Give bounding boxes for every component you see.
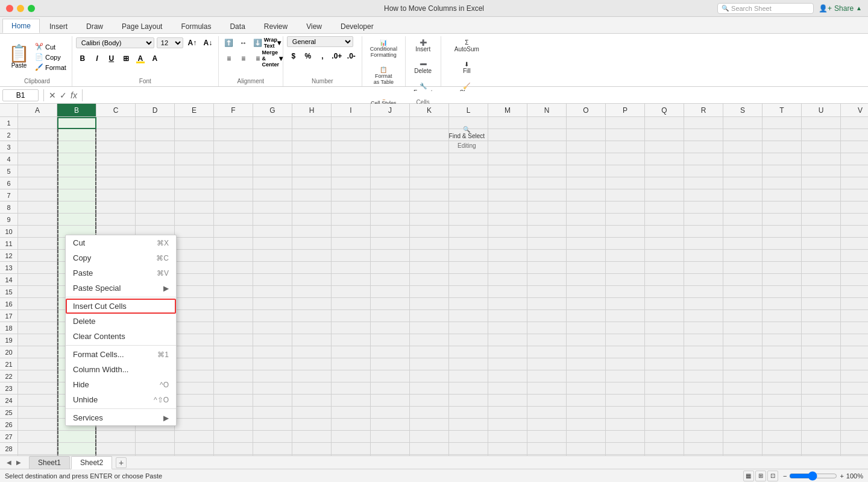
cell-B7[interactable] <box>57 189 96 201</box>
cell-J18[interactable] <box>371 322 410 334</box>
cell-H26[interactable] <box>292 419 332 431</box>
search-placeholder[interactable]: Search Sheet <box>731 5 772 12</box>
cell-J17[interactable] <box>371 310 410 322</box>
row-header-19[interactable]: 19 <box>0 334 18 346</box>
italic-button[interactable]: I <box>90 52 104 65</box>
confirm-formula-btn[interactable]: ✓ <box>60 90 67 100</box>
cell-O27[interactable] <box>567 431 606 443</box>
cell-F20[interactable] <box>214 346 253 358</box>
cell-S26[interactable] <box>723 419 763 431</box>
cell-U28[interactable] <box>802 443 841 455</box>
border-button[interactable]: ⊞ <box>119 52 133 65</box>
zoom-out-btn[interactable]: − <box>783 472 787 480</box>
row-header-5[interactable]: 5 <box>0 165 18 177</box>
cell-K22[interactable] <box>410 370 449 382</box>
normal-view-btn[interactable]: ▦ <box>743 471 754 481</box>
cell-A18[interactable] <box>18 322 57 334</box>
cell-L7[interactable] <box>449 189 488 201</box>
cell-P26[interactable] <box>606 419 645 431</box>
align-left-btn[interactable]: ≡ <box>222 52 236 65</box>
cell-M22[interactable] <box>488 370 527 382</box>
cell-K3[interactable] <box>410 141 449 153</box>
cell-T2[interactable] <box>763 129 802 141</box>
cell-L8[interactable] <box>449 201 488 214</box>
cell-U24[interactable] <box>802 395 841 407</box>
cell-L11[interactable] <box>449 238 488 250</box>
cell-V23[interactable] <box>841 382 868 395</box>
cell-D5[interactable] <box>136 165 175 177</box>
cell-N4[interactable] <box>527 153 567 165</box>
cell-G10[interactable] <box>253 226 292 238</box>
cell-R2[interactable] <box>684 129 723 141</box>
cell-U5[interactable] <box>802 165 841 177</box>
align-center-btn[interactable]: ≡ <box>237 52 250 65</box>
formula-input[interactable] <box>87 91 866 100</box>
cell-O22[interactable] <box>567 370 606 382</box>
cell-G12[interactable] <box>253 250 292 262</box>
cell-J25[interactable] <box>371 407 410 419</box>
cell-I13[interactable] <box>332 262 371 274</box>
cell-N1[interactable] <box>527 117 567 129</box>
cell-P13[interactable] <box>606 262 645 274</box>
cell-F1[interactable] <box>214 117 253 129</box>
cell-U14[interactable] <box>802 274 841 286</box>
cell-E23[interactable] <box>175 382 214 395</box>
cell-C27[interactable] <box>96 431 136 443</box>
row-header-4[interactable]: 4 <box>0 153 18 165</box>
cell-R25[interactable] <box>684 407 723 419</box>
col-header-K[interactable]: K <box>410 104 449 117</box>
cell-B28[interactable] <box>57 443 96 455</box>
cell-U6[interactable] <box>802 177 841 189</box>
cell-R18[interactable] <box>684 322 723 334</box>
currency-btn[interactable]: $ <box>287 49 300 63</box>
row-header-7[interactable]: 7 <box>0 189 18 201</box>
cell-U12[interactable] <box>802 250 841 262</box>
cell-Q7[interactable] <box>645 189 684 201</box>
sheet-tab-sheet1[interactable]: Sheet1 <box>29 456 70 469</box>
col-header-J[interactable]: J <box>371 104 410 117</box>
zoom-slider[interactable] <box>789 471 837 481</box>
cell-Q5[interactable] <box>645 165 684 177</box>
cell-J20[interactable] <box>371 346 410 358</box>
cell-R4[interactable] <box>684 153 723 165</box>
cell-Q4[interactable] <box>645 153 684 165</box>
cell-V10[interactable] <box>841 226 868 238</box>
cell-I26[interactable] <box>332 419 371 431</box>
insert-function-btn[interactable]: fx <box>71 90 77 100</box>
font-family-select[interactable]: Calibri (Body) <box>76 37 154 48</box>
cell-G29[interactable] <box>253 455 292 455</box>
cell-I20[interactable] <box>332 346 371 358</box>
cell-E8[interactable] <box>175 201 214 214</box>
cell-V3[interactable] <box>841 141 868 153</box>
cell-I18[interactable] <box>332 322 371 334</box>
row-header-6[interactable]: 6 <box>0 177 18 189</box>
cell-S22[interactable] <box>723 370 763 382</box>
cell-F15[interactable] <box>214 286 253 298</box>
cell-L29[interactable] <box>449 455 488 455</box>
col-header-L[interactable]: L <box>449 104 488 117</box>
cell-J26[interactable] <box>371 419 410 431</box>
cell-V20[interactable] <box>841 346 868 358</box>
cell-N17[interactable] <box>527 310 567 322</box>
cell-Q10[interactable] <box>645 226 684 238</box>
cell-O11[interactable] <box>567 238 606 250</box>
cell-H21[interactable] <box>292 358 332 370</box>
cell-M21[interactable] <box>488 358 527 370</box>
row-header-13[interactable]: 13 <box>0 262 18 274</box>
cell-L14[interactable] <box>449 274 488 286</box>
format-as-table-btn[interactable]: 📋 Formatas Table <box>370 63 398 88</box>
cell-T8[interactable] <box>763 201 802 214</box>
cell-E4[interactable] <box>175 153 214 165</box>
row-header-8[interactable]: 8 <box>0 201 18 214</box>
tab-home[interactable]: Home <box>2 19 40 33</box>
cell-N2[interactable] <box>527 129 567 141</box>
cell-F26[interactable] <box>214 419 253 431</box>
tab-data[interactable]: Data <box>221 19 254 33</box>
cell-K23[interactable] <box>410 382 449 395</box>
cell-U27[interactable] <box>802 431 841 443</box>
cell-E22[interactable] <box>175 370 214 382</box>
cell-C2[interactable] <box>96 129 136 141</box>
increase-font-btn[interactable]: A↑ <box>186 36 199 49</box>
cell-G16[interactable] <box>253 298 292 310</box>
cell-I24[interactable] <box>332 395 371 407</box>
